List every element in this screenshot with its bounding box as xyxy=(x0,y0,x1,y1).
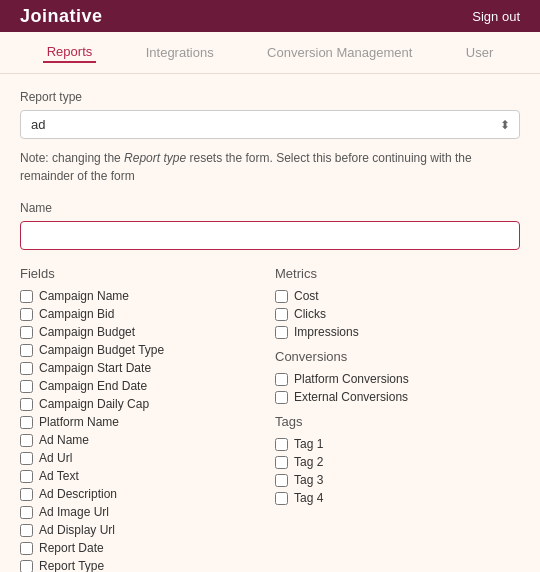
field-label: Campaign Name xyxy=(39,289,129,303)
metric-checkbox[interactable] xyxy=(275,326,288,339)
field-label: Campaign Daily Cap xyxy=(39,397,149,411)
list-item: Campaign Bid xyxy=(20,307,265,321)
name-label: Name xyxy=(20,201,520,215)
list-item: Campaign Daily Cap xyxy=(20,397,265,411)
tag-checkbox[interactable] xyxy=(275,456,288,469)
nav-conversion-management[interactable]: Conversion Management xyxy=(263,43,416,62)
field-checkbox[interactable] xyxy=(20,452,33,465)
nav: Reports Integrations Conversion Manageme… xyxy=(0,32,540,74)
field-label: Ad Display Url xyxy=(39,523,115,537)
field-label: Campaign Budget Type xyxy=(39,343,164,357)
nav-user[interactable]: User xyxy=(462,43,497,62)
list-item: Tag 4 xyxy=(275,491,520,505)
field-label: Ad Description xyxy=(39,487,117,501)
list-item: Ad Url xyxy=(20,451,265,465)
conversion-label: External Conversions xyxy=(294,390,408,404)
field-label: Ad Name xyxy=(39,433,89,447)
tag-label: Tag 1 xyxy=(294,437,323,451)
list-item: Cost xyxy=(275,289,520,303)
list-item: Ad Description xyxy=(20,487,265,501)
conversion-checkbox[interactable] xyxy=(275,391,288,404)
nav-integrations[interactable]: Integrations xyxy=(142,43,218,62)
signout-button[interactable]: Sign out xyxy=(472,9,520,24)
list-item: Campaign Name xyxy=(20,289,265,303)
field-label: Ad Image Url xyxy=(39,505,109,519)
field-checkbox[interactable] xyxy=(20,524,33,537)
fields-list: Campaign NameCampaign BidCampaign Budget… xyxy=(20,289,265,572)
field-checkbox[interactable] xyxy=(20,560,33,573)
metric-checkbox[interactable] xyxy=(275,308,288,321)
list-item: Report Type xyxy=(20,559,265,572)
field-checkbox[interactable] xyxy=(20,542,33,555)
field-label: Ad Text xyxy=(39,469,79,483)
fields-title: Fields xyxy=(20,266,265,281)
metric-checkbox[interactable] xyxy=(275,290,288,303)
field-checkbox[interactable] xyxy=(20,506,33,519)
list-item: Clicks xyxy=(275,307,520,321)
report-type-wrapper: ad xyxy=(20,110,520,139)
report-type-select[interactable]: ad xyxy=(20,110,520,139)
fields-column: Fields Campaign NameCampaign BidCampaign… xyxy=(20,266,265,572)
conversion-checkbox[interactable] xyxy=(275,373,288,386)
field-label: Campaign Bid xyxy=(39,307,114,321)
field-checkbox[interactable] xyxy=(20,398,33,411)
list-item: Ad Name xyxy=(20,433,265,447)
field-checkbox[interactable] xyxy=(20,362,33,375)
field-checkbox[interactable] xyxy=(20,344,33,357)
list-item: Tag 3 xyxy=(275,473,520,487)
tag-checkbox[interactable] xyxy=(275,492,288,505)
list-item: Tag 2 xyxy=(275,455,520,469)
field-checkbox[interactable] xyxy=(20,290,33,303)
field-label: Report Date xyxy=(39,541,104,555)
tags-title: Tags xyxy=(275,414,520,429)
list-item: Platform Conversions xyxy=(275,372,520,386)
list-item: Impressions xyxy=(275,325,520,339)
field-checkbox[interactable] xyxy=(20,488,33,501)
list-item: Ad Display Url xyxy=(20,523,265,537)
list-item: Ad Text xyxy=(20,469,265,483)
list-item: Campaign Start Date xyxy=(20,361,265,375)
field-checkbox[interactable] xyxy=(20,380,33,393)
metric-label: Impressions xyxy=(294,325,359,339)
tags-list: Tag 1Tag 2Tag 3Tag 4 xyxy=(275,437,520,505)
metrics-title: Metrics xyxy=(275,266,520,281)
field-checkbox[interactable] xyxy=(20,308,33,321)
metrics-list: CostClicksImpressions xyxy=(275,289,520,339)
field-label: Ad Url xyxy=(39,451,72,465)
conversion-label: Platform Conversions xyxy=(294,372,409,386)
tag-checkbox[interactable] xyxy=(275,438,288,451)
field-checkbox[interactable] xyxy=(20,416,33,429)
logo: Joinative xyxy=(20,6,103,27)
list-item: Campaign Budget Type xyxy=(20,343,265,357)
field-label: Report Type xyxy=(39,559,104,572)
content: Report type ad Note: changing the Report… xyxy=(0,74,540,572)
list-item: Campaign Budget xyxy=(20,325,265,339)
tag-checkbox[interactable] xyxy=(275,474,288,487)
list-item: Platform Name xyxy=(20,415,265,429)
list-item: Tag 1 xyxy=(275,437,520,451)
field-label: Platform Name xyxy=(39,415,119,429)
report-type-label: Report type xyxy=(20,90,520,104)
list-item: Ad Image Url xyxy=(20,505,265,519)
field-checkbox[interactable] xyxy=(20,434,33,447)
field-label: Campaign End Date xyxy=(39,379,147,393)
metric-label: Cost xyxy=(294,289,319,303)
fields-metrics-section: Fields Campaign NameCampaign BidCampaign… xyxy=(20,266,520,572)
field-label: Campaign Start Date xyxy=(39,361,151,375)
field-checkbox[interactable] xyxy=(20,326,33,339)
list-item: External Conversions xyxy=(275,390,520,404)
metric-label: Clicks xyxy=(294,307,326,321)
metrics-column: Metrics CostClicksImpressions Conversion… xyxy=(275,266,520,572)
list-item: Report Date xyxy=(20,541,265,555)
note-text: Note: changing the Report type resets th… xyxy=(20,149,520,185)
tag-label: Tag 4 xyxy=(294,491,323,505)
field-checkbox[interactable] xyxy=(20,470,33,483)
tag-label: Tag 2 xyxy=(294,455,323,469)
header: Joinative Sign out xyxy=(0,0,540,32)
conversions-title: Conversions xyxy=(275,349,520,364)
field-label: Campaign Budget xyxy=(39,325,135,339)
name-input[interactable] xyxy=(20,221,520,250)
nav-reports[interactable]: Reports xyxy=(43,42,97,63)
tag-label: Tag 3 xyxy=(294,473,323,487)
conversions-list: Platform ConversionsExternal Conversions xyxy=(275,372,520,404)
